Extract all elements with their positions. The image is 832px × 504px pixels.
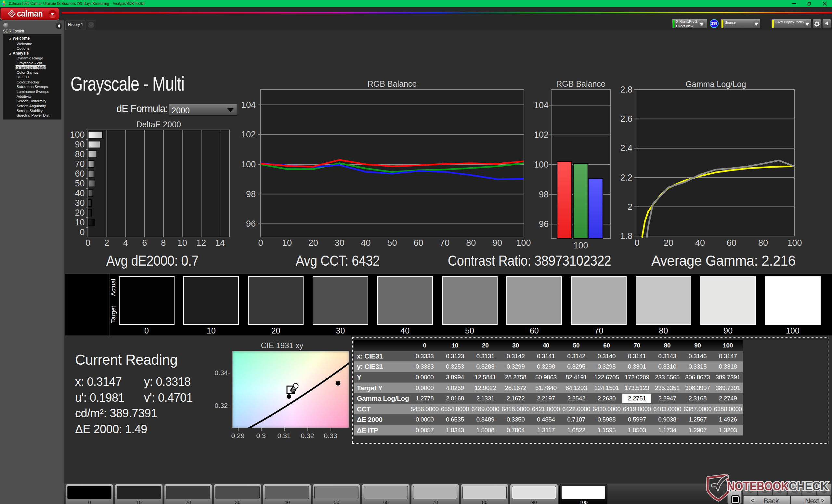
svg-text:RGB Balance: RGB Balance [556,79,605,88]
svg-text:20: 20 [664,238,673,248]
svg-text:30: 30 [335,238,344,248]
svg-text:CHECK: CHECK [789,480,828,493]
svg-text:102: 102 [534,130,549,140]
svg-text:2: 2 [104,238,109,248]
svg-text:70: 70 [440,238,449,248]
svg-text:104: 104 [534,100,549,110]
svg-text:2.8: 2.8 [620,85,632,94]
svg-text:70: 70 [75,159,84,169]
svg-text:100: 100 [787,238,802,248]
svg-text:100: 100 [241,160,256,169]
svg-text:50: 50 [75,178,84,188]
svg-text:0: 0 [85,238,90,248]
svg-text:102: 102 [241,130,256,139]
svg-text:100: 100 [70,130,84,140]
svg-text:96: 96 [539,219,549,229]
svg-text:6: 6 [142,238,147,248]
svg-text:0: 0 [258,238,263,248]
svg-text:12: 12 [196,238,206,248]
svg-text:DeltaE 2000: DeltaE 2000 [136,120,181,129]
svg-text:60: 60 [75,169,84,178]
svg-text:30: 30 [75,198,84,208]
svg-text:100: 100 [573,241,588,250]
svg-text:20: 20 [308,238,318,248]
svg-text:0: 0 [634,238,639,248]
svg-text:2.2: 2.2 [620,173,632,183]
svg-text:50: 50 [387,238,397,248]
svg-text:14: 14 [215,238,225,248]
svg-text:40: 40 [361,238,371,248]
svg-text:104: 104 [241,100,256,110]
svg-text:2.4: 2.4 [620,143,632,153]
svg-text:8: 8 [161,238,166,248]
svg-text:80: 80 [758,238,768,248]
svg-text:100: 100 [516,238,531,248]
svg-text:RGB Balance: RGB Balance [368,79,417,88]
svg-text:60: 60 [727,238,736,248]
svg-text:60: 60 [413,238,423,248]
svg-text:40: 40 [695,238,705,248]
svg-text:NOTEBOOK: NOTEBOOK [727,480,789,493]
svg-text:1.8: 1.8 [620,231,632,241]
svg-text:2: 2 [628,202,632,212]
svg-text:0: 0 [80,227,84,237]
svg-text:98: 98 [246,189,256,199]
svg-text:90: 90 [492,238,502,248]
svg-text:10: 10 [178,238,187,248]
svg-text:98: 98 [539,190,549,199]
svg-text:80: 80 [75,149,84,159]
svg-text:Gamma Log/Log: Gamma Log/Log [685,80,746,89]
svg-text:4: 4 [123,238,128,248]
svg-text:10: 10 [75,218,84,227]
svg-text:96: 96 [246,219,256,229]
svg-text:20: 20 [75,208,84,218]
svg-text:100: 100 [534,160,549,169]
svg-text:90: 90 [75,140,84,149]
svg-text:40: 40 [75,188,84,198]
svg-text:10: 10 [282,238,292,248]
svg-text:80: 80 [466,238,476,248]
svg-text:2.6: 2.6 [620,114,632,124]
